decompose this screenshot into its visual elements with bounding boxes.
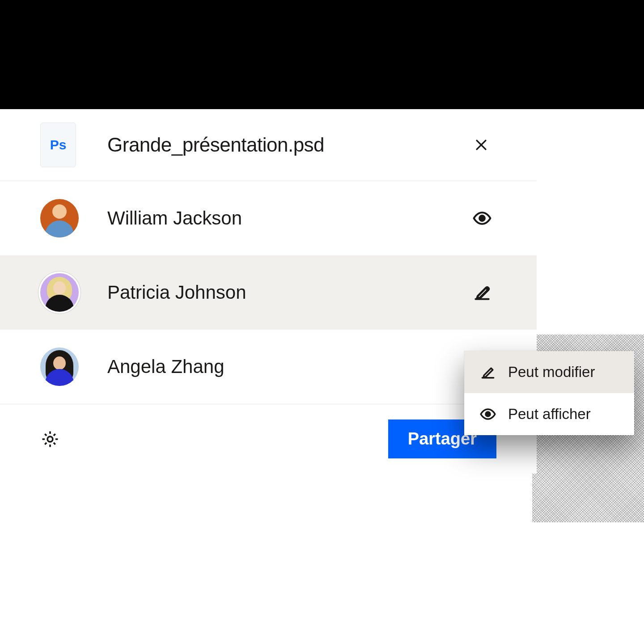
svg-point-4: [486, 412, 490, 416]
person-row[interactable]: Patricia Johnson: [0, 255, 537, 330]
settings-button[interactable]: [40, 429, 60, 449]
close-button[interactable]: [470, 134, 492, 156]
avatar: [40, 273, 79, 312]
file-name: Grande_présentation.psd: [107, 134, 470, 156]
svg-point-3: [47, 436, 53, 442]
permission-dropdown: Peut modifier Peut afficher: [464, 351, 634, 435]
dialog-header: Ps Grande_présentation.psd: [0, 109, 537, 181]
avatar: [40, 199, 79, 237]
svg-point-2: [479, 216, 485, 221]
dialog-footer: Partager: [0, 404, 537, 474]
edit-icon: [472, 283, 492, 302]
avatar: [40, 347, 79, 386]
top-black-bar: [0, 0, 644, 109]
eye-icon: [472, 208, 492, 228]
file-type-label: Ps: [50, 137, 67, 153]
gear-icon: [40, 429, 60, 449]
person-name: Patricia Johnson: [107, 282, 472, 303]
close-icon: [474, 137, 489, 153]
person-row[interactable]: William Jackson: [0, 181, 537, 255]
person-row[interactable]: Angela Zhang: [0, 330, 537, 404]
dropdown-option-view[interactable]: Peut afficher: [464, 393, 634, 435]
dropdown-option-label: Peut afficher: [508, 406, 591, 423]
dropdown-option-label: Peut modifier: [508, 364, 595, 381]
eye-icon: [479, 406, 496, 423]
file-type-icon: Ps: [40, 123, 76, 167]
permission-toggle[interactable]: [472, 283, 492, 302]
person-name: William Jackson: [107, 208, 472, 229]
share-dialog: Ps Grande_présentation.psd William Jacks…: [0, 109, 537, 474]
person-name: Angela Zhang: [107, 356, 472, 377]
edit-icon: [479, 364, 496, 381]
permission-toggle[interactable]: [472, 208, 492, 228]
dropdown-option-edit[interactable]: Peut modifier: [464, 351, 634, 393]
